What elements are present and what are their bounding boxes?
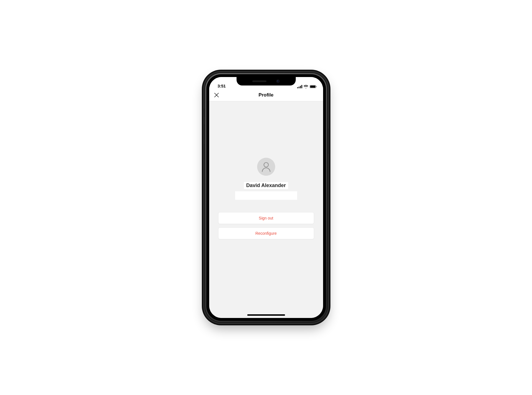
volume-down-button bbox=[203, 144, 204, 159]
svg-rect-0 bbox=[297, 87, 298, 88]
svg-rect-1 bbox=[299, 87, 299, 88]
phone-mockup: 3:51 bbox=[204, 72, 328, 323]
speaker-grille bbox=[252, 80, 266, 82]
home-indicator[interactable] bbox=[247, 314, 285, 316]
nav-bar: Profile bbox=[209, 89, 323, 101]
status-time: 3:51 bbox=[218, 84, 226, 88]
svg-rect-5 bbox=[310, 85, 315, 88]
page-title: Profile bbox=[259, 92, 273, 98]
notch bbox=[237, 77, 296, 85]
wifi-icon bbox=[304, 85, 308, 88]
svg-rect-3 bbox=[301, 85, 302, 88]
user-name: David Alexander bbox=[244, 182, 288, 189]
svg-point-9 bbox=[264, 163, 268, 167]
reconfigure-button[interactable]: Reconfigure bbox=[218, 227, 314, 239]
avatar[interactable] bbox=[257, 158, 275, 176]
screen: 3:51 bbox=[209, 77, 323, 318]
volume-up-button bbox=[203, 124, 204, 140]
power-button bbox=[328, 128, 329, 154]
cellular-signal-icon bbox=[297, 85, 302, 88]
user-email bbox=[235, 191, 297, 200]
content-area: David Alexander Sign out Reconfigure bbox=[209, 101, 323, 318]
status-icons bbox=[297, 85, 317, 88]
svg-rect-2 bbox=[300, 86, 301, 88]
close-icon bbox=[214, 92, 219, 98]
front-camera bbox=[276, 80, 280, 83]
person-icon bbox=[261, 162, 271, 172]
action-buttons: Sign out Reconfigure bbox=[218, 212, 314, 239]
sign-out-button[interactable]: Sign out bbox=[218, 212, 314, 224]
svg-rect-6 bbox=[316, 86, 317, 87]
close-button[interactable] bbox=[214, 92, 219, 98]
silent-switch bbox=[203, 109, 204, 117]
battery-icon bbox=[310, 85, 317, 88]
user-block: David Alexander bbox=[235, 158, 297, 200]
